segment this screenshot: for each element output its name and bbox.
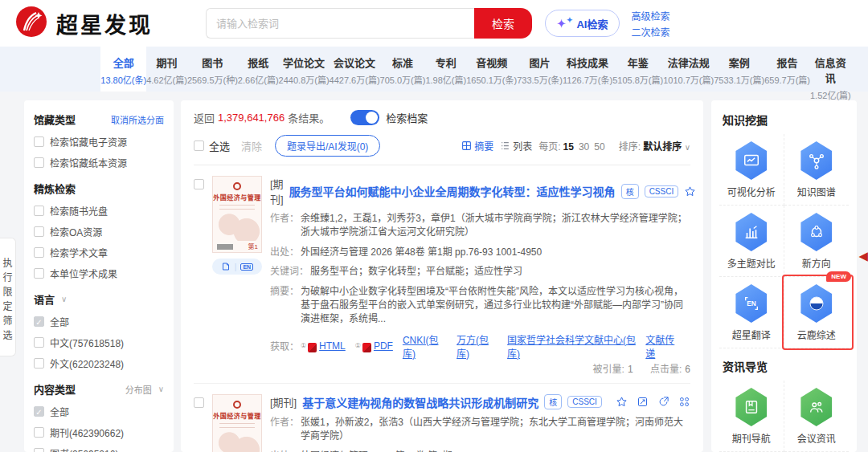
result-type: [期刊] bbox=[270, 394, 297, 409]
select-all-checkbox[interactable] bbox=[194, 140, 204, 151]
tab-thesis[interactable]: 学位论文2440.8万(篇) bbox=[279, 47, 330, 92]
access-html-link[interactable]: HTML bbox=[319, 340, 346, 352]
tab-patent[interactable]: 专利1.98亿(篇) bbox=[425, 47, 466, 92]
tool-yunlu-review[interactable]: NEW 云鹿综述 bbox=[784, 277, 850, 348]
access-ncpssd-link[interactable]: 国家哲学社会科学文献中心(包库) bbox=[507, 332, 636, 360]
filter-option[interactable]: 检索随书光盘 bbox=[34, 204, 164, 218]
tool-knowledge-graph[interactable]: 知识图谱 bbox=[784, 134, 850, 206]
result-checkbox[interactable] bbox=[194, 397, 204, 408]
per-page-30[interactable]: 30 bbox=[579, 141, 589, 153]
list-view-button[interactable]: 列表 bbox=[500, 139, 532, 153]
checkbox[interactable] bbox=[34, 157, 44, 168]
tab-report[interactable]: 报告659.7万(篇) bbox=[764, 47, 810, 92]
journal-cover[interactable]: 外国经济与管理 第1 bbox=[212, 394, 262, 452]
access-delivery-link[interactable]: 文献传递 bbox=[645, 332, 681, 360]
checkbox[interactable] bbox=[34, 337, 44, 348]
tab-journal[interactable]: 期刊4.62亿(篇) bbox=[146, 47, 187, 92]
sort-control[interactable]: 排序: 默认排序 ∨ bbox=[619, 139, 690, 153]
filter-option[interactable]: 期刊(462390662) bbox=[34, 426, 164, 439]
clear-facets-link[interactable]: 取消所选分面 bbox=[111, 113, 164, 126]
tab-av[interactable]: 音视频1650.1万(条) bbox=[466, 47, 517, 92]
filter-option[interactable]: 图书(25695216) bbox=[34, 446, 164, 452]
tool-multi-topic-compare[interactable]: 多主题对比 bbox=[719, 206, 784, 277]
filter-section-language: 语言 ∨ ✓全部 中文(757618518) 外文(622023248) bbox=[34, 291, 164, 370]
tab-tech-achievement[interactable]: 科技成果1126.7万(条) bbox=[563, 47, 612, 92]
tab-case[interactable]: 案例7533.1万(篇) bbox=[714, 47, 764, 92]
filter-option[interactable]: 外文(622023248) bbox=[34, 356, 164, 370]
related-items-icon[interactable] bbox=[678, 396, 690, 408]
filter-option[interactable]: 中文(757618518) bbox=[34, 336, 164, 349]
chevron-down-icon[interactable]: ∨ bbox=[158, 385, 164, 393]
advanced-search-link[interactable]: 高级检索 bbox=[631, 9, 669, 22]
access-cnki-link[interactable]: CNKI(包库) bbox=[403, 332, 447, 360]
result-checkbox[interactable] bbox=[194, 179, 204, 189]
checkbox[interactable] bbox=[34, 136, 44, 147]
checkbox[interactable] bbox=[34, 206, 44, 216]
filter-apply-side-tab[interactable]: 执行限定筛选 bbox=[0, 238, 16, 356]
journal-cover[interactable]: 外国经济与管理 第1 bbox=[212, 176, 262, 253]
tab-image[interactable]: 图片733.5万(条) bbox=[517, 47, 563, 92]
tool-visual-analysis[interactable]: 可视化分析 bbox=[719, 134, 784, 206]
access-pdf-link[interactable]: PDF bbox=[374, 340, 393, 352]
collapse-panel-arrow-icon[interactable]: ◀ bbox=[858, 249, 868, 263]
checkbox[interactable] bbox=[34, 358, 44, 369]
export-ai-discovery-button[interactable]: 题录导出/AI发现(0) bbox=[275, 135, 380, 157]
tab-yearbook[interactable]: 年鉴5105.8万(篇) bbox=[612, 47, 663, 92]
per-page-15[interactable]: 15 bbox=[563, 141, 574, 153]
sort-value[interactable]: 默认排序 bbox=[643, 141, 682, 153]
tab-all[interactable]: 全部13.80亿(条) bbox=[100, 47, 146, 92]
tool-chaoxing-translate[interactable]: EN 超星翻译 bbox=[719, 277, 784, 348]
tab-newspaper[interactable]: 报纸2.66亿(篇) bbox=[238, 47, 279, 92]
tab-law[interactable]: 法律法规1010.7万(篇) bbox=[663, 47, 714, 92]
translate-en-icon[interactable]: EN bbox=[240, 263, 253, 271]
abstract-view-button[interactable]: 摘要 bbox=[461, 139, 493, 153]
search-button[interactable]: 检索 bbox=[474, 8, 532, 39]
archive-toggle[interactable] bbox=[350, 110, 379, 125]
checkbox[interactable] bbox=[34, 226, 44, 237]
access-wanfang-link[interactable]: 万方(包库) bbox=[457, 332, 497, 360]
favorite-icon[interactable] bbox=[684, 185, 696, 197]
filter-option[interactable]: ✓全部 bbox=[34, 405, 164, 418]
result-title-link[interactable]: 基于意义建构视角的数智战略共识形成机制研究 bbox=[302, 394, 538, 410]
secondary-search-link[interactable]: 二次检索 bbox=[631, 25, 669, 39]
tool-new-direction[interactable]: 新方向 bbox=[784, 206, 850, 277]
share-icon[interactable] bbox=[657, 396, 669, 408]
checkbox[interactable] bbox=[34, 268, 44, 279]
ai-search-button[interactable]: ✦✦ AI检索 bbox=[545, 10, 620, 37]
tab-conference[interactable]: 会议论文4427.6万(篇) bbox=[330, 47, 380, 92]
filter-option[interactable]: 本单位学术成果 bbox=[34, 267, 164, 280]
cite-icon[interactable] bbox=[637, 396, 649, 408]
clear-selection-button[interactable]: 清除 bbox=[241, 138, 262, 153]
filter-option[interactable]: ✓全部 bbox=[34, 315, 164, 328]
distribution-map-link[interactable]: 分布图 bbox=[125, 383, 152, 396]
checkbox[interactable] bbox=[34, 247, 44, 258]
filter-option[interactable]: 检索馆藏电子资源 bbox=[34, 135, 164, 149]
filter-option[interactable]: 检索OA资源 bbox=[34, 225, 164, 238]
tab-news[interactable]: 信息资讯1.52亿(篇) bbox=[810, 47, 851, 92]
favorite-icon[interactable] bbox=[616, 396, 628, 408]
tool-journal-nav[interactable]: 期刊导航 bbox=[719, 381, 784, 452]
new-direction-icon bbox=[799, 213, 834, 251]
filter-section-refine: 精炼检索 检索随书光盘 检索OA资源 检索学术文章 本单位学术成果 bbox=[34, 181, 164, 280]
reader-icon[interactable] bbox=[221, 262, 231, 271]
chevron-down-icon[interactable]: ∨ bbox=[61, 295, 67, 303]
news-nav-title: 资讯导览 bbox=[723, 358, 845, 374]
journal-seal-icon bbox=[233, 401, 241, 409]
tab-standard[interactable]: 标准705.0万(篇) bbox=[380, 47, 426, 92]
meeting-news-icon bbox=[799, 388, 834, 426]
result-title-link[interactable]: 服务型平台如何赋能中小企业全周期数字化转型：适应性学习视角 bbox=[289, 183, 616, 199]
checkbox-checked[interactable]: ✓ bbox=[34, 316, 44, 327]
checkbox[interactable] bbox=[34, 427, 44, 438]
checkbox-checked[interactable]: ✓ bbox=[34, 406, 44, 417]
search-input[interactable] bbox=[206, 8, 474, 39]
svg-text:EN: EN bbox=[747, 300, 756, 307]
per-page-50[interactable]: 50 bbox=[594, 141, 604, 153]
checkbox[interactable] bbox=[34, 448, 44, 452]
filter-option[interactable]: 检索学术文章 bbox=[34, 246, 164, 259]
tab-book[interactable]: 图书2569.5万(种) bbox=[187, 47, 238, 92]
filter-sidebar: 馆藏类型 取消所选分面 检索馆藏电子资源 检索馆藏纸本资源 精炼检索 检索随书光… bbox=[24, 100, 174, 452]
select-all[interactable]: 全选 bbox=[194, 138, 230, 153]
filter-option[interactable]: 检索馆藏纸本资源 bbox=[34, 156, 164, 169]
tool-meeting-news[interactable]: 会议资讯 bbox=[784, 381, 850, 452]
category-tabbar: ‹ 全部13.80亿(条) 期刊4.62亿(篇) 图书2569.5万(种) 报纸… bbox=[0, 47, 868, 92]
